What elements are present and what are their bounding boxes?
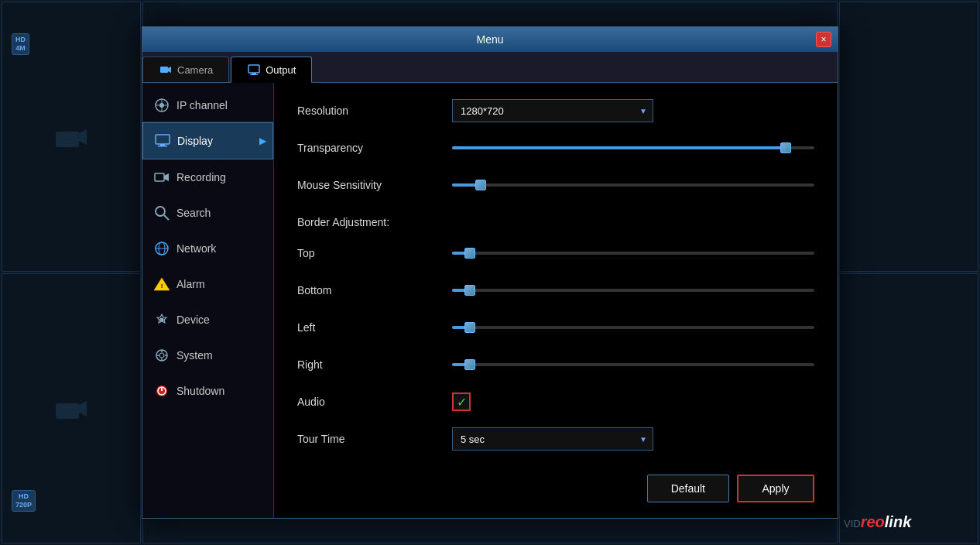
top-track <box>452 252 814 255</box>
checkbox-check-icon: ✓ <box>457 395 467 410</box>
top-slider[interactable] <box>452 245 814 261</box>
shutdown-icon <box>153 382 170 399</box>
svg-marker-5 <box>168 67 171 73</box>
svg-point-27 <box>159 353 164 358</box>
right-track <box>452 363 814 366</box>
output-tab-label: Output <box>266 64 296 76</box>
svg-text:!: ! <box>161 283 163 290</box>
top-label: Top <box>297 247 452 259</box>
alarm-icon: ! <box>153 276 170 293</box>
shutdown-label: Shutdown <box>176 385 224 397</box>
border-adjustment-row: Border Adjustment: <box>297 210 814 235</box>
sidebar-item-ip-channel[interactable]: IP channel <box>142 89 273 122</box>
svg-line-19 <box>164 215 169 220</box>
close-button[interactable]: × <box>816 32 831 47</box>
mouse-sensitivity-slider[interactable] <box>452 177 814 193</box>
transparency-control <box>452 140 814 156</box>
bottom-row: Bottom <box>297 278 814 303</box>
sidebar-item-recording[interactable]: Recording <box>142 159 273 195</box>
camera-tab-icon <box>159 63 173 77</box>
transparency-label: Transparency <box>297 142 452 154</box>
search-icon <box>153 204 170 221</box>
svg-rect-4 <box>160 67 168 73</box>
sidebar-item-search[interactable]: Search <box>142 195 273 231</box>
bottom-label: Bottom <box>297 284 452 296</box>
svg-marker-17 <box>164 173 169 181</box>
top-row: Top <box>297 241 814 266</box>
mouse-sensitivity-label: Mouse Sensitivity <box>297 179 452 191</box>
system-icon <box>153 347 170 364</box>
tour-time-select[interactable]: 5 sec 10 sec 15 sec 30 sec 1 min <box>452 427 653 451</box>
sidebar-item-network[interactable]: Network <box>142 231 273 266</box>
right-row: Right <box>297 352 814 377</box>
bottom-thumb[interactable] <box>464 285 475 296</box>
mouse-sensitivity-thumb[interactable] <box>475 180 486 190</box>
tour-time-control: 5 sec 10 sec 15 sec 30 sec 1 min <box>452 427 814 451</box>
right-label: Right <box>297 358 452 371</box>
svg-rect-16 <box>155 173 164 181</box>
dialog-tabs: Camera Output <box>142 52 838 83</box>
resolution-row: Resolution 1280*720 1920*1080 1024*768 8… <box>297 98 814 123</box>
tab-camera[interactable]: Camera <box>142 57 229 82</box>
left-control <box>452 320 814 335</box>
left-slider[interactable] <box>452 320 814 335</box>
left-thumb[interactable] <box>464 322 475 333</box>
bottom-slider[interactable] <box>452 283 814 298</box>
transparency-row: Transparency <box>297 135 814 160</box>
dialog: Menu × Camera <box>142 26 838 519</box>
resolution-select-wrapper: 1280*720 1920*1080 1024*768 800*600 <box>452 99 653 122</box>
modal-overlay: Menu × Camera <box>0 0 980 545</box>
device-icon <box>153 311 170 328</box>
dialog-sidebar: IP channel Display <box>142 83 274 518</box>
recording-label: Recording <box>176 171 226 183</box>
display-icon <box>154 132 171 149</box>
transparency-slider[interactable] <box>452 140 814 156</box>
dialog-titlebar: Menu × <box>142 27 838 52</box>
sidebar-item-shutdown[interactable]: Shutdown <box>142 373 273 409</box>
svg-rect-14 <box>160 144 165 146</box>
svg-point-25 <box>160 318 164 322</box>
tour-time-row: Tour Time 5 sec 10 sec 15 sec 30 sec 1 m… <box>297 427 814 451</box>
output-tab-icon <box>247 63 261 77</box>
svg-rect-8 <box>250 74 258 75</box>
system-label: System <box>176 349 213 362</box>
display-label: Display <box>177 135 213 147</box>
bottom-control <box>452 283 814 298</box>
resolution-select[interactable]: 1280*720 1920*1080 1024*768 800*600 <box>452 99 653 122</box>
audio-control: ✓ <box>452 392 814 411</box>
network-icon <box>153 240 170 257</box>
mouse-sensitivity-control <box>452 177 814 193</box>
dialog-body: IP channel Display <box>142 83 838 518</box>
left-label: Left <box>297 321 452 334</box>
transparency-track <box>452 146 814 149</box>
apply-button[interactable]: Apply <box>737 475 814 502</box>
dialog-title: Menu <box>476 33 503 46</box>
transparency-fill <box>452 146 786 149</box>
sidebar-item-system[interactable]: System <box>142 338 273 373</box>
tour-time-label: Tour Time <box>297 433 452 445</box>
audio-row: Audio ✓ <box>297 389 814 414</box>
right-slider[interactable] <box>452 357 814 372</box>
audio-label: Audio <box>297 396 452 408</box>
tab-output[interactable]: Output <box>231 57 312 83</box>
button-row: Default Apply <box>297 467 814 502</box>
sidebar-item-alarm[interactable]: ! Alarm <box>142 266 273 302</box>
right-thumb[interactable] <box>464 359 475 370</box>
alarm-label: Alarm <box>176 278 205 290</box>
audio-checkbox[interactable]: ✓ <box>452 392 471 411</box>
recording-icon <box>153 169 170 186</box>
top-thumb[interactable] <box>464 248 475 259</box>
sidebar-item-display[interactable]: Display <box>142 122 273 159</box>
mouse-sensitivity-track <box>452 183 814 187</box>
ip-channel-icon <box>153 97 170 114</box>
resolution-control: 1280*720 1920*1080 1024*768 800*600 <box>452 99 814 122</box>
resolution-label: Resolution <box>297 105 452 117</box>
network-label: Network <box>176 242 216 255</box>
tour-time-select-wrapper: 5 sec 10 sec 15 sec 30 sec 1 min <box>452 427 653 451</box>
bottom-track <box>452 289 814 292</box>
default-button[interactable]: Default <box>647 475 729 502</box>
mouse-sensitivity-row: Mouse Sensitivity <box>297 173 814 197</box>
transparency-thumb[interactable] <box>780 142 791 153</box>
ip-channel-label: IP channel <box>176 99 228 111</box>
sidebar-item-device[interactable]: Device <box>142 302 273 338</box>
